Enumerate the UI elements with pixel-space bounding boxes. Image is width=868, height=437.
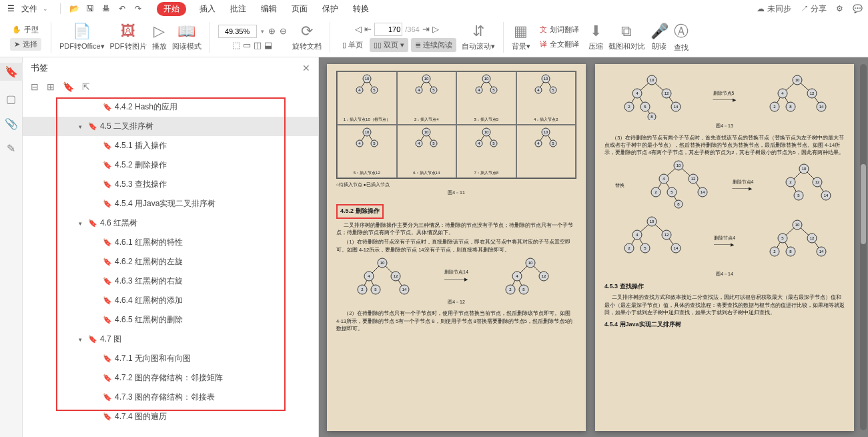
svg-text:12: 12: [810, 91, 815, 95]
tab-page[interactable]: 页面: [290, 2, 309, 16]
bookmark-item[interactable]: 🔖4.6.3 红黑树的右旋: [23, 272, 318, 291]
bookmark-item[interactable]: 🔖4.6.4 红黑树的添加: [23, 291, 318, 310]
thumbnail-tab-icon[interactable]: ▢: [6, 93, 16, 105]
close-icon[interactable]: ✕: [302, 63, 310, 73]
last-page-icon[interactable]: ⇥: [422, 24, 430, 34]
print-icon[interactable]: 🖶: [99, 4, 113, 13]
fit-page-icon[interactable]: ▭: [243, 40, 251, 50]
scrollbar[interactable]: [860, 64, 867, 430]
actual-size-icon[interactable]: ◫: [254, 40, 262, 50]
tab-annotate[interactable]: 批注: [229, 2, 248, 16]
paragraph: （1）在待删除的节点没有子节点时，直接删除该节点，即在其父节点中将其对应的子节点…: [336, 238, 576, 254]
document-area[interactable]: 10451：插入节点10（根节点）10452：插入节点410453：插入节点51…: [319, 57, 868, 437]
figure-cell: 10457：插入节点8: [456, 125, 516, 178]
page-input[interactable]: [374, 23, 402, 36]
tab-protect[interactable]: 保护: [321, 2, 340, 16]
bookmark-item[interactable]: 🔖4.6.1 红黑树的特性: [23, 233, 318, 252]
svg-text:10: 10: [795, 223, 799, 227]
add-bookmark-icon[interactable]: 🔖: [63, 81, 74, 92]
bookmark-item[interactable]: 🔖4.4.2 Hash的应用: [23, 97, 318, 117]
first-page-icon[interactable]: ⇤: [364, 24, 372, 34]
auto-scroll[interactable]: ⇵ 自动滚动▾: [459, 23, 498, 51]
bookmark-item[interactable]: 🔖4.5.2 删除操作: [23, 155, 318, 175]
zoom-in-icon[interactable]: ⊕: [268, 26, 276, 36]
file-menu[interactable]: 文件: [21, 3, 37, 15]
rotate-doc[interactable]: ⟳ 旋转文档: [290, 23, 324, 51]
scroll-thumb[interactable]: [861, 164, 866, 244]
chevron-down-icon[interactable]: ▾: [261, 28, 264, 35]
share-icon: ↗: [801, 4, 809, 13]
bookmark-item[interactable]: 🔖4.5.1 插入操作: [23, 136, 318, 155]
twisty-icon[interactable]: ▾: [79, 220, 88, 227]
expand-all-icon[interactable]: ⊟: [31, 81, 39, 92]
continuous-view[interactable]: ≣连续阅读: [411, 38, 456, 52]
chat-icon[interactable]: 💬: [853, 4, 863, 13]
next-page-icon[interactable]: ▷: [432, 24, 439, 34]
bookmark-item[interactable]: 🔖4.7.4 图的遍历: [23, 407, 318, 426]
read-mode[interactable]: 📖 阅读模式: [169, 23, 204, 51]
screenshot-compare[interactable]: ⧉ 截图和对比: [606, 23, 648, 51]
arrow-label: 删除节点4─────▶: [733, 179, 754, 193]
hamburger-icon[interactable]: ☰: [5, 4, 16, 13]
collapse-all-icon[interactable]: ⊞: [47, 81, 55, 92]
figure-caption: 图4－11: [336, 189, 576, 197]
bookmark-item[interactable]: 🔖4.6.2 红黑树的左旋: [23, 252, 318, 272]
chevron-down-icon[interactable]: ⌄: [43, 5, 48, 12]
cursor-icon: ➤: [14, 40, 20, 49]
twisty-icon[interactable]: ▾: [79, 336, 88, 343]
open-icon[interactable]: 📂: [67, 4, 81, 13]
tab-insert[interactable]: 插入: [198, 2, 217, 16]
bookmark-item[interactable]: ▾🔖4.7 图: [23, 330, 318, 349]
find[interactable]: Ⓐ 查找: [671, 21, 691, 53]
tab-convert[interactable]: 转换: [352, 2, 370, 16]
svg-text:12: 12: [809, 236, 814, 240]
sync-status[interactable]: ☁ 未同步: [757, 3, 791, 15]
signature-tab-icon[interactable]: ✎: [7, 142, 15, 155]
bookmark-label: 4.6.3 红黑树的右旋: [115, 276, 183, 287]
tab-start[interactable]: 开始: [157, 2, 186, 16]
bookmark-item[interactable]: 🔖4.7.1 无向图和有向图: [23, 349, 318, 368]
menu-bar: ☰ 文件 ⌄ 📂 🖫 🖶 ↶ ↷ 开始 插入 批注 编辑 页面 保护 转换 ☁ …: [0, 0, 868, 17]
twisty-icon[interactable]: ▾: [79, 123, 88, 130]
bookmark-icon: 🔖: [103, 161, 112, 169]
share-button[interactable]: ↗ 分享: [801, 3, 827, 15]
bookmark-item[interactable]: 🔖4.7.3 图的存储结构：邻接表: [23, 388, 318, 407]
redo-icon[interactable]: ↷: [131, 4, 145, 13]
pdf-to-image[interactable]: 🖼 PDF转图片: [107, 23, 149, 51]
bookmark-item[interactable]: 🔖4.6.5 红黑树的删除: [23, 310, 318, 330]
screenshot-icon: ⧉: [621, 23, 632, 40]
zoom-out-icon[interactable]: ⊖: [280, 26, 287, 36]
fit-width-icon[interactable]: ⬚: [232, 40, 240, 50]
undo-icon[interactable]: ↶: [115, 4, 129, 13]
bookmark-tools: ⊟ ⊞ 🔖 ⇱: [23, 79, 318, 97]
bookmark-label: 4.5.1 插入操作: [115, 140, 167, 151]
bookmark-item[interactable]: 🔖4.7.2 图的存储结构：邻接矩阵: [23, 368, 318, 388]
read-aloud[interactable]: 🎤 朗读: [648, 23, 671, 51]
pdf-to-office[interactable]: 📄 PDF转Office▾: [57, 23, 107, 51]
tab-edit[interactable]: 编辑: [260, 2, 278, 16]
play-button[interactable]: ▷ 播放: [149, 23, 169, 51]
attachment-tab-icon[interactable]: 📎: [5, 117, 18, 130]
single-page-view[interactable]: ▯单页: [338, 38, 367, 52]
background[interactable]: ▦ 背景▾: [509, 23, 533, 51]
zoom-input[interactable]: [218, 25, 257, 38]
bookmark-item[interactable]: ▾🔖4.6 红黑树: [23, 213, 318, 233]
settings-icon[interactable]: ⚙: [836, 4, 843, 13]
svg-text:10: 10: [424, 77, 429, 81]
fit-height-icon[interactable]: ⬓: [264, 40, 272, 50]
bookmark-item[interactable]: 🔖4.5.4 用Java实现二叉排序树: [23, 194, 318, 213]
compress[interactable]: ⬇ 压缩: [586, 23, 606, 51]
translate-icon: 文: [540, 25, 547, 35]
bookmark-item[interactable]: 🔖4.5.3 查找操作: [23, 175, 318, 194]
bookmark-tab-icon[interactable]: 🔖: [0, 63, 23, 81]
double-page-view[interactable]: ▯▯双页▾: [370, 38, 408, 52]
select-tool[interactable]: ➤选择: [10, 38, 41, 51]
hand-tool[interactable]: ✋手型: [8, 23, 43, 36]
bookmark-icon: 🔖: [103, 412, 112, 421]
full-translate[interactable]: 译全文翻译: [536, 38, 583, 51]
bookmark-item[interactable]: ▾🔖4.5 二叉排序树: [23, 117, 318, 136]
bookmark-go-icon[interactable]: ⇱: [82, 81, 90, 92]
word-translate[interactable]: 文划词翻译: [536, 23, 583, 36]
prev-page-icon[interactable]: ◁: [355, 24, 362, 34]
save-icon[interactable]: 🖫: [83, 4, 97, 13]
